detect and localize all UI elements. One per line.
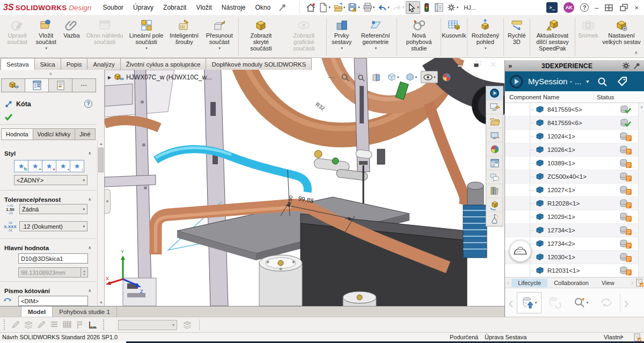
column-component-name[interactable]: Component Name [505,94,593,100]
component-row[interactable]: 8417559<5> [505,103,644,116]
print-button[interactable]: ▾ [362,1,376,14]
collapse-panel-button[interactable]: » [508,62,512,70]
component-row[interactable]: R12031<1> [505,264,644,278]
config-tab[interactable] [48,78,72,92]
user-avatar[interactable]: AK [564,2,574,13]
component-row[interactable]: 12026<1> [505,143,644,157]
tab-sestava[interactable]: Sestava [1,58,35,70]
tolerance-section-header[interactable]: Tolerance/přesnost [4,196,61,203]
zoomarea-button[interactable] [354,71,368,83]
delete-style-button[interactable]: ★× [42,160,56,172]
tab-model[interactable]: Model [21,306,53,317]
menu-upravy[interactable]: Úpravy [128,1,158,14]
props-tab[interactable] [486,156,503,170]
tabs-scroll-left-icon[interactable]: ‹ [505,279,511,287]
forum-tab[interactable] [486,198,503,212]
panel-resize-handle[interactable] [49,72,52,75]
ribbon-kusovnik-button[interactable]: Kusovník [442,17,466,57]
ribbon-prvky-sestavy-button[interactable]: Prvky sestavy▾ [328,17,355,57]
ribbon-presunout-soucast-button[interactable]: Přesunout součást▾ [202,17,237,57]
tab-analyzy[interactable]: Analýzy [87,58,120,70]
ribbon-nova-pohybova-studie-button[interactable]: Nová pohybová studie [398,17,440,57]
ribbon-referencni-geometrie-button[interactable]: Referenční geometrie▾ [355,17,396,57]
tab-hodnota[interactable]: Hodnota [1,128,33,140]
search-icon[interactable] [597,76,608,87]
configuration-caret-icon[interactable]: ▲ [620,334,624,338]
ribbon-aktualizovat-dilci-sestavy-speedpak-button[interactable]: Aktualizovat dílčí sestavy SpeedPak [531,17,574,57]
tile-windows-icon[interactable] [604,3,613,12]
toolbar-scroll-right-button[interactable]: › [621,292,631,313]
component-row[interactable]: 12734<1> [505,224,644,237]
primary-value-section-header[interactable]: Hlavní hodnota [4,245,49,251]
apply-default-style-button[interactable]: ★↻ [14,160,28,172]
column-status[interactable]: Status [593,94,644,100]
task-pane-options-icon[interactable] [622,62,630,70]
dimension-text-field[interactable]: <DIM> [18,296,88,306]
save-button[interactable]: ▾ [347,1,361,14]
tabs-scroll-right-icon[interactable]: › [629,279,635,287]
load-style-button[interactable]: ★↓ [70,160,84,172]
compass-tab[interactable] [486,86,503,100]
task-pane-pin-icon[interactable] [633,62,641,70]
tab-pohybova-studie-1[interactable]: Pohybová studie 1 [53,306,117,317]
graphics-area[interactable]: 99.88 4.90 R32 Y X Z ▶ HJWX07C_w (HJWX10… [105,58,504,306]
shelf-tab[interactable] [486,184,503,198]
style-dropdown[interactable]: <ŽÁDNÝ>▾ [14,175,87,185]
component-row[interactable]: ZC500x40<1> [505,170,644,184]
tag-icon[interactable] [617,76,627,87]
component-row[interactable]: 12029<1> [505,210,644,224]
ribbon-rozlozeny-pohled-button[interactable]: Rozložený pohled▾ [469,17,503,57]
minimize-window-button[interactable]: – [595,4,598,12]
ribbon-rychle-3d-button[interactable]: Rychlé 3D [505,17,529,57]
tab-popis[interactable]: Popis [61,58,88,70]
comments-tab[interactable] [486,170,503,184]
close-window-button[interactable]: × [634,4,639,12]
tab-vodici-krivky[interactable]: Vodící křivky [33,128,76,140]
dimension-name-field[interactable]: D10@3DSkica1 [18,253,88,264]
tab-skica[interactable]: Skica [34,58,61,70]
component-row[interactable]: 8417559<6> [505,116,644,130]
component-row[interactable]: R12028<1> [505,197,644,210]
tolerance-dropdown[interactable]: Žádná▾ [19,204,87,214]
assembly-tab[interactable] [1,78,25,92]
menu-nastroje[interactable]: Nástroje [217,1,251,14]
more-tabs-tab[interactable]: ··· [72,78,96,92]
menu-soubor[interactable]: Soubor [98,1,128,14]
open-button[interactable]: ▾ [332,1,347,14]
resources-tab[interactable] [486,100,503,114]
add-style-button[interactable]: ★+ [28,160,42,172]
tab-jine[interactable]: Jiné [75,128,95,140]
undo-button[interactable]: ▾ [376,1,391,14]
component-row[interactable]: 12024<1> [505,130,644,143]
terminal-icon[interactable]: >_ [546,2,558,13]
ribbon-linearni-pole-soucasti-button[interactable]: Lineární pole součásti▾ [126,17,167,57]
help-icon[interactable]: ? [84,100,92,108]
heat-exchanger[interactable] [463,205,487,258]
redo-button[interactable]: ▾ [391,1,406,14]
performance-evaluation-button[interactable] [421,1,433,14]
selected-tube-highlight[interactable] [156,149,308,192]
explorer-tab[interactable] [486,128,503,142]
menu-okno[interactable]: Okno [250,1,275,14]
component-row[interactable]: 10389<1> [505,157,644,170]
collapse-tolerance-icon[interactable]: ∧ [88,197,91,202]
save-to-3dexperience-button[interactable]: ▾ [517,292,541,313]
help-icon[interactable]: ? [580,3,589,12]
collapse-style-icon[interactable]: ∧ [88,151,91,156]
search-and-replace-button[interactable]: ▾ [568,292,593,313]
toolbar-scroll-left-button[interactable]: ‹ [506,292,516,313]
precision-dropdown[interactable]: .12 (Dokument)▾ [19,221,87,231]
ribbon-vlozit-soucast-button[interactable]: Vložit součást▾ [32,17,60,57]
tab-doplnkove-moduly-solidworks[interactable]: Doplňkové moduly SOLIDWORKS [206,58,312,70]
frame-post[interactable] [204,58,228,306]
orient-button[interactable]: ▾ [385,71,401,83]
pin-menu-icon[interactable] [279,3,287,12]
collapse-ribbon-icon[interactable]: ∧ [634,50,638,55]
options-gear-button[interactable]: ▾ [445,1,460,14]
properties-tab[interactable] [25,78,49,92]
3dexperience-compass-icon[interactable] [509,75,523,89]
select-cursor-button[interactable]: ▾ [406,1,420,14]
session-title[interactable]: MySession - ... [528,77,581,86]
menu-zobrazit[interactable]: Zobrazit [158,1,191,14]
eye-button[interactable]: ▾ [421,71,438,83]
